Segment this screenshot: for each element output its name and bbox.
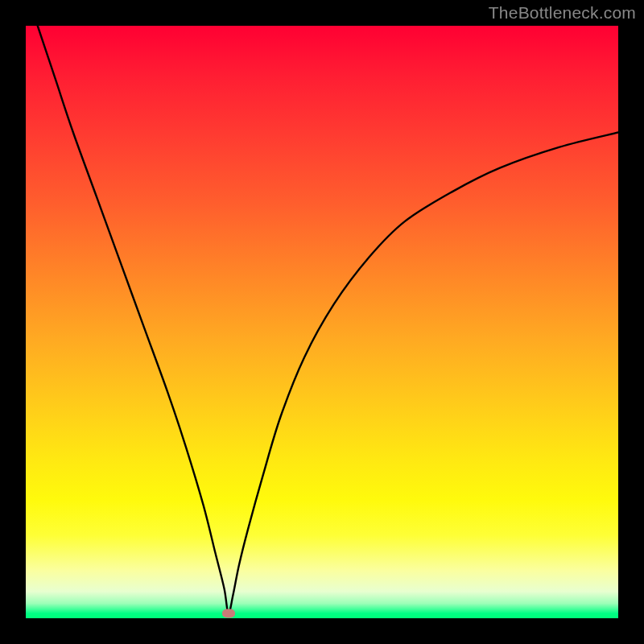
watermark-text: TheBottleneck.com [489, 3, 636, 23]
chart-frame: TheBottleneck.com [0, 0, 644, 644]
plot-area [26, 26, 618, 618]
bottleneck-curve [26, 26, 618, 618]
optimal-point-marker [222, 609, 235, 618]
